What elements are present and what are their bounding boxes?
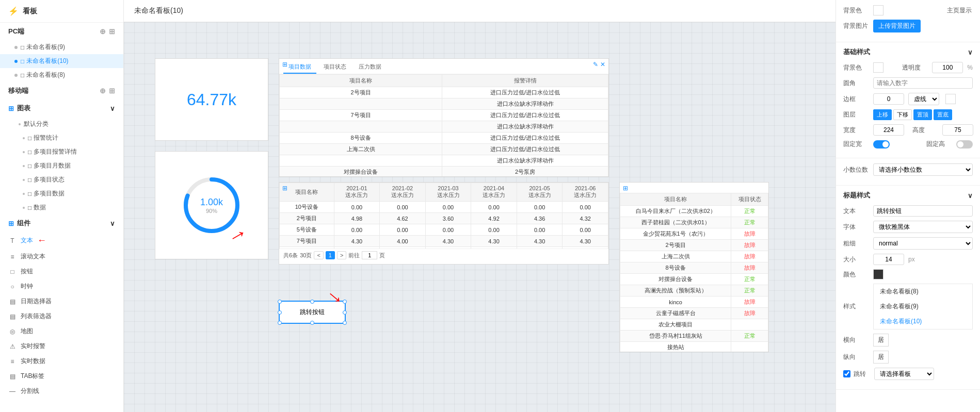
border-type-select[interactable]: 虚线 实线 — [908, 93, 939, 105]
fixed-h-toggle[interactable] — [956, 140, 973, 149]
pagination-page1[interactable]: 1 — [326, 251, 335, 259]
widget-table-top[interactable]: ⊞ ✎ ✕ 项目数据 项目状态 压力数据 项目名称 报警详情 — [279, 58, 609, 177]
handle-ml[interactable] — [278, 310, 282, 315]
component-list-filter[interactable]: ▤ 列表筛选器 — [0, 309, 123, 324]
opacity-input[interactable] — [932, 62, 963, 73]
sidebar-item-board10[interactable]: □ 未命名看板(10) — [0, 54, 123, 68]
canvas-area[interactable]: 64.77k 1.00k 90% ⊞ — [124, 22, 836, 412]
charts-collapse-icon[interactable]: ∨ — [110, 105, 115, 112]
fixed-w-toggle[interactable] — [873, 140, 890, 149]
border-input[interactable] — [873, 93, 904, 105]
rotate-board-select[interactable]: 请选择看板 未命名看板(8) 未命名看板(9) 未命名看板(10) — [874, 368, 934, 380]
widget-number[interactable]: 64.77k — [155, 58, 268, 141]
charts-item-realdata[interactable]: □ 数据 — [0, 201, 123, 215]
section-pc[interactable]: PC端 ⊕ ⊞ — [0, 23, 123, 40]
table-top-drag-icon[interactable]: ⊞ — [282, 61, 287, 68]
upload-bg-button[interactable]: 上传背景图片 — [873, 20, 921, 32]
charts-default-category[interactable]: 默认分类 — [0, 117, 123, 131]
component-text[interactable]: T 文本 ← — [0, 232, 123, 249]
map-label: 地图 — [21, 327, 33, 336]
basic-style-header[interactable]: 基础样式 ∨ — [843, 47, 973, 57]
components-collapse-icon[interactable]: ∨ — [110, 220, 115, 227]
table-top-edit-icon[interactable]: ✎ — [593, 61, 598, 68]
tab-project-data[interactable]: 项目数据 — [283, 61, 316, 74]
height-input[interactable] — [942, 124, 973, 136]
font-select[interactable]: 微软雅黑体 宋体 — [873, 221, 973, 233]
component-realtime-alarm[interactable]: ⚠ 实时报警 — [0, 339, 123, 354]
table-right-content[interactable]: 项目名称 项目状态 白马今目来水厂（二次供水02）正常 西子碧桂园（二次供水01… — [620, 183, 768, 352]
width-input[interactable] — [873, 124, 904, 136]
title-style-collapse-icon[interactable]: ∨ — [968, 192, 973, 200]
table-bottom-drag-icon[interactable]: ⊞ — [282, 185, 287, 192]
corner-label: 圆角 — [843, 79, 869, 88]
layer-down-btn[interactable]: 下移 — [893, 109, 912, 120]
mobile-folder-icon[interactable]: ⊞ — [109, 87, 115, 95]
component-tab[interactable]: ▤ TAB标签 — [0, 369, 123, 384]
size-style-input[interactable] — [873, 254, 904, 265]
widget-gauge[interactable]: 1.00k 90% — [155, 151, 268, 259]
mobile-add-icon[interactable]: ⊕ — [100, 87, 106, 95]
pc-add-icon[interactable]: ⊕ — [100, 27, 106, 36]
tab-project-status[interactable]: 项目状态 — [318, 61, 351, 74]
v-align-row: 纵向 居 — [843, 351, 973, 364]
text-input[interactable] — [873, 205, 973, 217]
table-top-delete-icon[interactable]: ✕ — [600, 61, 605, 68]
widget-button[interactable]: 跳转按钮 — [279, 301, 346, 324]
handle-tl[interactable] — [278, 300, 282, 304]
table-row: 上海二次供故障 — [620, 251, 768, 262]
main-header: 未命名看板(10) — [124, 0, 836, 22]
table-row: 对摆操台设备正常 — [620, 274, 768, 285]
v-align-center[interactable]: 居 — [873, 351, 889, 364]
widget-table-bottom[interactable]: ⊞ 项目名称 2021-01送水压力 2021-02送水压力 2021-03送水… — [279, 182, 609, 265]
h-align-left[interactable]: 居 — [873, 334, 889, 347]
charts-item-alarm-detail[interactable]: □ 多项目报警详情 — [0, 145, 123, 159]
component-realtime-data[interactable]: ≡ 实时数据 — [0, 354, 123, 369]
component-button[interactable]: □ 按钮 — [0, 264, 123, 279]
bold-select[interactable]: normal bold — [873, 237, 973, 250]
charts-item-alarm[interactable]: □ 报警统计 — [0, 131, 123, 145]
pagination-next[interactable]: > — [337, 251, 346, 259]
section-components[interactable]: ⊞ 组件 ∨ — [0, 215, 123, 232]
section-charts[interactable]: ⊞ 图表 ∨ — [0, 100, 123, 117]
pc-folder-icon[interactable]: ⊞ — [109, 27, 115, 36]
border-color-box[interactable] — [945, 94, 956, 104]
component-clock[interactable]: ○ 时钟 — [0, 279, 123, 294]
style-option-9[interactable]: 未命名看板(9) — [874, 299, 972, 314]
widget-table-right[interactable]: ⊞ 项目名称 项目状态 白马今目来水厂（二次供水02）正常 西子碧桂园（二次供水… — [619, 182, 769, 352]
basic-bg-color-box[interactable] — [873, 62, 883, 73]
canvas-container[interactable]: 64.77k 1.00k 90% ⊞ — [124, 22, 836, 412]
section-mobile[interactable]: 移动端 ⊕ ⊞ — [0, 82, 123, 100]
component-divider[interactable]: ― 分割线 — [0, 384, 123, 399]
col-alarm-detail: 报警详情 — [442, 75, 608, 87]
corner-input[interactable] — [873, 77, 973, 89]
style-option-8[interactable]: 未命名看板(8) — [874, 284, 972, 299]
table-right-drag-icon[interactable]: ⊞ — [623, 185, 628, 192]
sidebar-item-board9[interactable]: □ 未命名看板(9) — [0, 40, 123, 54]
layer-top-btn[interactable]: 置顶 — [913, 109, 932, 120]
color-picker[interactable] — [873, 269, 883, 279]
handle-tc[interactable] — [310, 300, 314, 304]
table-top-content[interactable]: 项目名称 报警详情 2号项目进口压力过低/进口水位过低 进口水位缺水浮球动作 7… — [279, 74, 608, 176]
layer-bottom-btn[interactable]: 置底 — [934, 109, 952, 120]
basic-style-collapse-icon[interactable]: ∨ — [968, 48, 973, 56]
charts-item-data[interactable]: □ 多项目数据 — [0, 187, 123, 201]
pagination-prev[interactable]: < — [314, 251, 323, 259]
component-datepicker[interactable]: ▤ 日期选择器 — [0, 294, 123, 309]
decimal-select[interactable]: 请选择小数位数 0 1 2 — [873, 163, 973, 176]
charts-item-status[interactable]: □ 多项目状态 — [0, 173, 123, 187]
component-map[interactable]: ◎ 地图 — [0, 324, 123, 339]
font-label: 字体 — [843, 223, 869, 232]
table-bottom-content[interactable]: 项目名称 2021-01送水压力 2021-02送水压力 2021-03送水压力… — [279, 183, 608, 249]
bg-color-box[interactable] — [873, 5, 883, 15]
layer-up-btn[interactable]: 上移 — [873, 109, 892, 120]
style-option-10[interactable]: 未命名看板(10) — [874, 314, 972, 329]
component-scroll-text[interactable]: ≡ 滚动文本 — [0, 249, 123, 264]
sidebar-item-board8[interactable]: □ 未命名看板(8) — [0, 68, 123, 82]
button-icon: □ — [8, 268, 17, 275]
page-title: 未命名看板(10) — [134, 6, 183, 14]
tab-pressure-data[interactable]: 压力数据 — [354, 61, 387, 74]
pagination-input[interactable] — [362, 251, 377, 259]
charts-item-month-data[interactable]: □ 多项目月数据 — [0, 159, 123, 173]
rotate-checkbox[interactable] — [843, 370, 850, 377]
title-style-header[interactable]: 标题样式 ∨ — [843, 191, 973, 200]
